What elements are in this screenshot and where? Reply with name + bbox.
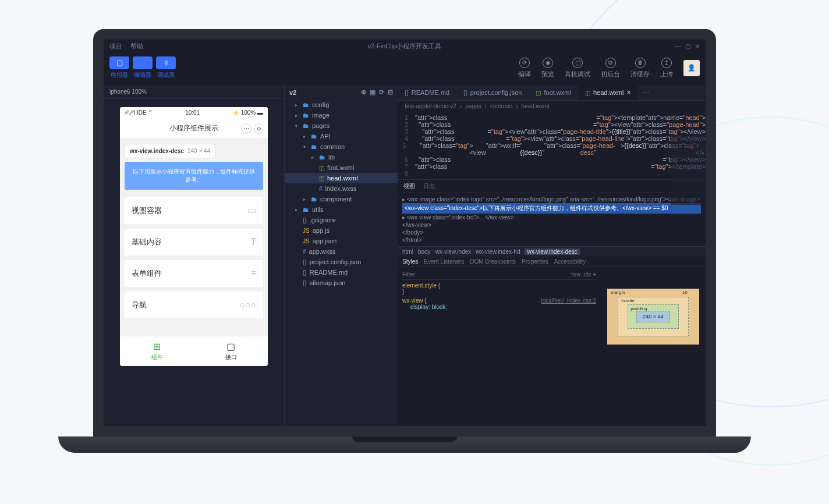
file-icon: JS: [303, 238, 310, 244]
window-min-icon[interactable]: —: [675, 43, 681, 49]
tree-item[interactable]: ▾🖿pages: [285, 120, 398, 131]
file-icon: ◫: [319, 165, 324, 171]
file-icon: ◫: [536, 90, 541, 96]
highlighted-element[interactable]: 以下用展示小程序官方组件能力，组件样式仅供参考。: [125, 162, 263, 190]
tree-item[interactable]: ▸🖿utils: [285, 204, 398, 215]
toolbar: ▢ 模拟器 编辑器 ⫴ 调试器 ⟳ 编译 ◉ 预览 ▢ 真机调试 ⧉ 切后台: [104, 53, 706, 85]
folder-icon: 🖿: [303, 206, 309, 213]
window-max-icon[interactable]: ▢: [685, 43, 690, 49]
tabbar-组件[interactable]: ⊞组件: [120, 336, 194, 366]
status-battery: ⚡ 100% ▬: [232, 109, 263, 116]
code-area[interactable]: 1"attr">class="tag"><template "attr">nam…: [398, 112, 706, 179]
simulator-device-label: iphone6 100%: [104, 85, 284, 99]
new-file-icon[interactable]: ⊕: [361, 88, 366, 96]
dom-crumb[interactable]: wx-view.index: [435, 249, 472, 255]
action-编译[interactable]: ⟳ 编译: [518, 58, 531, 79]
tool-模拟器[interactable]: ▢ 模拟器: [109, 56, 129, 79]
dom-crumb[interactable]: body: [418, 249, 431, 255]
menu-help[interactable]: 帮助: [130, 42, 143, 51]
dom-crumb[interactable]: wx-view.index-hd: [476, 249, 520, 255]
devtools-panel-tab[interactable]: Styles: [402, 258, 418, 265]
menubar: 项目 帮助 v2-FinClip小程序开发工具 — ▢ ✕: [104, 40, 706, 53]
list-item[interactable]: 基础内容T: [125, 229, 263, 255]
tree-item[interactable]: {}project.config.json: [285, 257, 398, 267]
tab-more-icon[interactable]: ⋯: [638, 89, 654, 97]
editor-tab[interactable]: {} project.config.json: [456, 86, 529, 100]
styles-panel[interactable]: Filter :hov .cls + element.style {}</spa…: [398, 267, 601, 365]
minimap[interactable]: [671, 135, 706, 205]
menu-project[interactable]: 项目: [109, 42, 122, 51]
action-清缓存[interactable]: 🗑 清缓存: [630, 58, 650, 79]
app-close-icon[interactable]: ⊙: [254, 123, 264, 134]
code-editor: {} README.md {} project.config.json ◫ fo…: [398, 85, 706, 426]
list-item[interactable]: 导航○○○: [125, 292, 263, 318]
list-item[interactable]: 视图容器▭: [125, 197, 263, 224]
tree-item[interactable]: JSapp.json: [285, 236, 398, 246]
action-切后台[interactable]: ⧉ 切后台: [601, 58, 620, 79]
styles-filter-actions[interactable]: :hov .cls +: [570, 271, 596, 278]
tabbar-接口[interactable]: ▢接口: [194, 336, 268, 366]
window-close-icon[interactable]: ✕: [695, 43, 700, 49]
dom-breadcrumb[interactable]: htmlbodywx-view.indexwx-view.index-hdwx-…: [398, 246, 706, 257]
tool-调试器[interactable]: ⫴ 调试器: [156, 56, 176, 79]
file-icon: #: [303, 249, 306, 255]
tree-item[interactable]: ◫foot.wxml: [285, 162, 398, 173]
collapse-icon[interactable]: ⊟: [388, 88, 393, 96]
status-signal: ␥␥l IDE ⌃: [125, 109, 153, 116]
tree-item[interactable]: JSapp.js: [285, 225, 398, 236]
simulator-panel: iphone6 100% ␥␥l IDE ⌃ 10:01 ⚡ 100% ▬ 小程…: [104, 85, 284, 426]
ide-window: 项目 帮助 v2-FinClip小程序开发工具 — ▢ ✕ ▢ 模拟器 编辑器 …: [104, 40, 706, 426]
list-item[interactable]: 表单组件≡: [125, 260, 263, 287]
action-预览[interactable]: ◉ 预览: [541, 58, 554, 79]
close-icon[interactable]: ×: [627, 88, 631, 97]
folder-icon: 🖿: [319, 154, 325, 161]
tree-item[interactable]: #app.wxss: [285, 246, 398, 257]
project-name: v2: [289, 89, 296, 96]
editor-tab[interactable]: ◫ head.wxml×: [578, 85, 638, 100]
devtools-tab-log[interactable]: 日志: [423, 182, 435, 190]
devtools-panel-tab[interactable]: Accessibility: [554, 258, 586, 265]
editor-tab[interactable]: ◫ foot.wxml: [529, 86, 578, 100]
tree-item[interactable]: {}.gitignore: [285, 215, 398, 225]
window-title: v2-FinClip小程序开发工具: [368, 42, 442, 51]
file-icon: ◫: [585, 90, 590, 96]
tree-item[interactable]: ▸🖿lib: [285, 152, 398, 162]
editor-tab[interactable]: {} README.md: [398, 86, 456, 100]
tree-item[interactable]: ▸🖿component: [285, 194, 398, 204]
new-folder-icon[interactable]: ▣: [370, 88, 375, 96]
action-上传[interactable]: ↥ 上传: [660, 58, 673, 79]
dom-crumb[interactable]: wx-view.index-desc: [525, 249, 579, 255]
app-menu-icon[interactable]: ⋯: [241, 123, 251, 134]
dom-crumb[interactable]: html: [402, 249, 413, 255]
tree-item[interactable]: #index.wxss: [285, 183, 398, 194]
tree-item[interactable]: ▸🖿image: [285, 110, 398, 120]
folder-icon: 🖿: [303, 101, 309, 108]
devtools-panel-tab[interactable]: Event Listeners: [424, 258, 464, 265]
simulator-device: ␥␥l IDE ⌃ 10:01 ⚡ 100% ▬ 小程序组件展示 ⋯ ⊙: [120, 107, 268, 366]
devtools-tab-view[interactable]: 视图: [403, 182, 415, 190]
action-真机调试[interactable]: ▢ 真机调试: [565, 58, 590, 79]
devtools-panel-tab[interactable]: Properties: [522, 258, 548, 265]
folder-icon: 🖿: [311, 143, 317, 150]
refresh-icon[interactable]: ⟳: [379, 88, 384, 96]
tree-item[interactable]: ▾🖿common: [285, 141, 398, 152]
dom-inspector[interactable]: ▸ <wx-image class="index-logo" src="../r…: [398, 193, 706, 246]
file-icon: {}: [303, 259, 307, 265]
tree-item[interactable]: ▸🖿config: [285, 100, 398, 110]
devtools-panel-tab[interactable]: DOM Breakpoints: [470, 258, 516, 265]
folder-icon: 🖿: [303, 122, 309, 129]
tree-item[interactable]: {}sitemap.json: [285, 278, 398, 288]
tree-item[interactable]: ◫head.wxml: [285, 173, 398, 183]
folder-icon: 🖿: [311, 196, 317, 203]
tree-item[interactable]: {}README.md: [285, 267, 398, 278]
styles-filter-input[interactable]: Filter: [402, 271, 415, 278]
file-icon: ◫: [319, 175, 324, 182]
inspect-tooltip: wx-view.index-desc 240 × 44: [125, 144, 215, 158]
tree-item[interactable]: ▸🖿API: [285, 131, 398, 141]
tool-编辑器[interactable]: 编辑器: [133, 56, 153, 79]
folder-icon: 🖿: [303, 112, 309, 119]
file-icon: {}: [303, 217, 307, 223]
file-icon: {}: [303, 280, 307, 286]
avatar[interactable]: 👤: [683, 60, 700, 76]
laptop-frame: 项目 帮助 v2-FinClip小程序开发工具 — ▢ ✕ ▢ 模拟器 编辑器 …: [93, 29, 716, 453]
